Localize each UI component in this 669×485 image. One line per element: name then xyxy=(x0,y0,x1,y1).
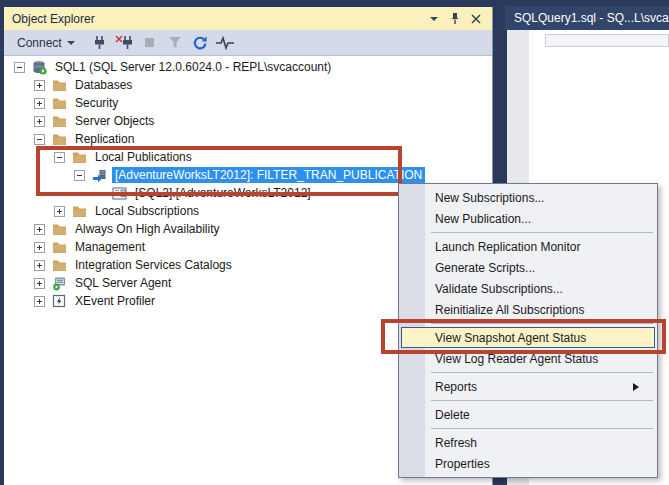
collapse-icon[interactable] xyxy=(34,134,45,145)
object-explorer-titlebar: Object Explorer xyxy=(4,7,492,30)
menu-item-label: Reinitialize All Subscriptions xyxy=(435,303,584,317)
connect-button[interactable]: Connect xyxy=(13,34,79,52)
menu-item-label: Generate Scripts... xyxy=(435,261,535,275)
tree-item-label: SQL Server Agent xyxy=(72,275,174,291)
expand-icon[interactable] xyxy=(34,98,45,109)
tree-item-sql1-server[interactable]: SQL1 (SQL Server 12.0.6024.0 - REPL\svca… xyxy=(4,58,492,76)
menu-item-view-snapshot-agent-status[interactable]: View Snapshot Agent Status xyxy=(401,327,655,348)
document-tab[interactable]: SQLQuery1.sql - SQ...L\svcacco xyxy=(505,6,669,30)
tree-item-local-publications[interactable]: Local Publications xyxy=(4,148,492,166)
filter-button[interactable] xyxy=(164,33,186,53)
tree-item-label: Management xyxy=(72,239,148,255)
collapse-icon[interactable] xyxy=(74,170,85,181)
menu-separator xyxy=(431,323,653,324)
pin-button[interactable] xyxy=(446,11,463,27)
editor-artifact-box xyxy=(545,34,669,47)
folder-icon xyxy=(51,113,67,129)
menu-separator xyxy=(431,428,653,429)
tree-item-label: Databases xyxy=(72,77,135,93)
expand-icon[interactable] xyxy=(34,278,45,289)
stop-icon xyxy=(144,37,155,48)
chevron-down-icon xyxy=(67,41,75,45)
expand-icon[interactable] xyxy=(34,242,45,253)
menu-item-label: View Log Reader Agent Status xyxy=(435,352,598,366)
window-position-menu-button[interactable] xyxy=(425,11,442,27)
tree-item-label: Local Publications xyxy=(92,149,195,165)
connect-object-explorer-button[interactable] xyxy=(89,33,111,53)
pin-icon xyxy=(449,12,461,25)
object-explorer-toolbar: Connect xyxy=(4,30,492,56)
tree-item-label: Integration Services Catalogs xyxy=(72,257,235,273)
tree-item-label: XEvent Profiler xyxy=(72,293,158,309)
tree-item-replication[interactable]: Replication xyxy=(4,130,492,148)
disconnect-button[interactable] xyxy=(114,33,136,53)
menu-item-new-subscriptions[interactable]: New Subscriptions... xyxy=(399,187,657,208)
menu-item-view-log-reader-agent-status[interactable]: View Log Reader Agent Status xyxy=(399,348,657,369)
expand-icon[interactable] xyxy=(34,296,45,307)
object-explorer-title: Object Explorer xyxy=(12,12,95,26)
expand-icon[interactable] xyxy=(34,224,45,235)
menu-item-label: Reports xyxy=(435,380,477,394)
folder-icon xyxy=(51,77,67,93)
menu-item-new-publication[interactable]: New Publication... xyxy=(399,208,657,229)
menu-item-label: Properties xyxy=(435,457,490,471)
menu-item-launch-replication-monitor[interactable]: Launch Replication Monitor xyxy=(399,236,657,257)
activity-monitor-button[interactable] xyxy=(214,33,236,53)
folder-icon xyxy=(71,149,87,165)
menu-item-label: Validate Subscriptions... xyxy=(435,282,563,296)
activity-monitor-icon xyxy=(215,36,235,50)
tree-item-security[interactable]: Security xyxy=(4,94,492,112)
tree-item-label: Server Objects xyxy=(72,113,157,129)
menu-item-delete[interactable]: Delete xyxy=(399,404,657,425)
tree-item-publication[interactable]: [AdventureWorksLT2012]: FILTER_TRAN_PUBL… xyxy=(4,166,492,184)
menu-item-validate-subscriptions[interactable]: Validate Subscriptions... xyxy=(399,278,657,299)
stop-button[interactable] xyxy=(139,33,161,53)
menu-item-label: Delete xyxy=(435,408,470,422)
chevron-down-icon xyxy=(430,17,438,21)
menu-item-label: New Subscriptions... xyxy=(435,191,544,205)
folder-icon xyxy=(71,203,87,219)
tree-item-label: [AdventureWorksLT2012]: FILTER_TRAN_PUBL… xyxy=(112,167,425,183)
menu-item-properties[interactable]: Properties xyxy=(399,453,657,474)
tree-item-server-objects[interactable]: Server Objects xyxy=(4,112,492,130)
menu-separator xyxy=(431,372,653,373)
menu-separator xyxy=(431,232,653,233)
collapse-icon[interactable] xyxy=(14,62,25,73)
tree-item-label: Replication xyxy=(72,131,137,147)
expand-icon[interactable] xyxy=(34,80,45,91)
document-tab-title: SQLQuery1.sql - SQ...L\svcacco xyxy=(514,11,669,25)
folder-icon xyxy=(51,239,67,255)
tree-item-label: Local Subscriptions xyxy=(92,203,202,219)
submenu-arrow-icon xyxy=(633,383,639,391)
publication-icon xyxy=(91,167,107,183)
close-button[interactable] xyxy=(467,11,484,27)
disconnect-plug-icon xyxy=(115,35,134,50)
server-icon xyxy=(31,59,47,75)
expand-icon[interactable] xyxy=(34,260,45,271)
menu-item-reports[interactable]: Reports xyxy=(399,376,657,397)
refresh-icon xyxy=(192,35,208,51)
close-icon xyxy=(471,14,481,24)
collapse-icon[interactable] xyxy=(54,152,65,163)
folder-icon xyxy=(51,257,67,273)
connect-label: Connect xyxy=(17,36,62,50)
menu-item-reinitialize-all-subscriptions[interactable]: Reinitialize All Subscriptions xyxy=(399,299,657,320)
refresh-button[interactable] xyxy=(189,33,211,53)
tree-item-label: SQL1 (SQL Server 12.0.6024.0 - REPL\svca… xyxy=(52,59,334,75)
tree-item-databases[interactable]: Databases xyxy=(4,76,492,94)
agent-icon xyxy=(51,275,67,291)
filter-icon xyxy=(168,36,182,49)
menu-item-generate-scripts[interactable]: Generate Scripts... xyxy=(399,257,657,278)
menu-separator xyxy=(431,400,653,401)
expand-icon[interactable] xyxy=(34,116,45,127)
tree-item-label: [SQL2].[AdventureWorksLT2012] xyxy=(132,185,314,201)
menu-item-refresh[interactable]: Refresh xyxy=(399,432,657,453)
subscription-icon xyxy=(111,185,127,201)
folder-icon xyxy=(51,221,67,237)
xevent-icon xyxy=(51,293,67,309)
connect-plug-icon xyxy=(92,35,107,50)
context-menu: New Subscriptions... New Publication... … xyxy=(398,183,658,478)
folder-icon xyxy=(51,131,67,147)
tree-item-label: Security xyxy=(72,95,121,111)
expand-icon[interactable] xyxy=(54,206,65,217)
